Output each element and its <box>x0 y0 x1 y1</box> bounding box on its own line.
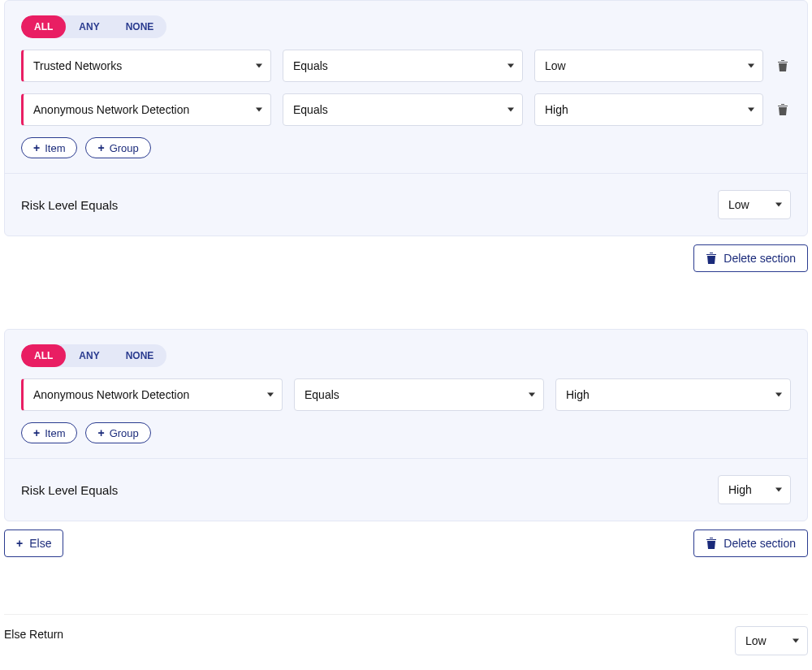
result-value-dropdown[interactable]: High <box>718 475 791 504</box>
result-label: Risk Level Equals <box>21 483 118 497</box>
trash-icon <box>777 103 788 116</box>
add-else-button[interactable]: + Else <box>4 530 63 557</box>
section-body: ALL ANY NONE Anonymous Network Detection… <box>5 330 807 458</box>
add-group-label: Group <box>110 427 139 439</box>
operator-dropdown-value: Equals <box>293 59 328 72</box>
add-item-label: Item <box>45 427 65 439</box>
else-return-value: Low <box>745 634 767 647</box>
delete-section-label: Delete section <box>723 252 796 265</box>
field-dropdown[interactable]: Anonymous Network Detection <box>21 378 283 411</box>
trash-icon <box>706 252 717 265</box>
delete-section-button[interactable]: Delete section <box>693 530 808 557</box>
value-dropdown[interactable]: High <box>534 93 763 126</box>
add-item-button[interactable]: + Item <box>21 137 77 158</box>
add-item-label: Item <box>45 142 65 154</box>
else-return-row: Else Return Low <box>0 615 812 655</box>
add-group-button[interactable]: + Group <box>85 137 150 158</box>
else-return-label: Else Return <box>4 626 63 641</box>
add-else-label: Else <box>29 537 51 550</box>
add-group-button[interactable]: + Group <box>85 422 150 443</box>
plus-icon: + <box>33 142 40 153</box>
section-footer: + Else Delete section <box>4 530 808 557</box>
field-dropdown-value: Trusted Networks <box>33 59 122 72</box>
add-group-label: Group <box>110 142 139 154</box>
result-value: Low <box>728 198 749 211</box>
logic-pill-all[interactable]: ALL <box>21 344 66 367</box>
chevron-down-icon <box>267 393 274 397</box>
operator-dropdown[interactable]: Equals <box>283 93 523 126</box>
condition-row: Anonymous Network Detection Equals High <box>21 93 791 126</box>
operator-dropdown[interactable]: Equals <box>283 50 523 82</box>
value-dropdown-value: High <box>566 388 590 401</box>
condition-row: Anonymous Network Detection Equals High <box>21 378 791 411</box>
chevron-down-icon <box>793 639 799 643</box>
value-dropdown-value: Low <box>545 59 566 72</box>
field-dropdown[interactable]: Anonymous Network Detection <box>21 93 271 126</box>
value-dropdown[interactable]: Low <box>534 50 763 82</box>
chevron-down-icon <box>508 108 514 112</box>
delete-row-button[interactable] <box>775 59 791 72</box>
plus-icon: + <box>97 142 104 153</box>
add-buttons: + Item + Group <box>21 137 791 158</box>
field-dropdown-value: Anonymous Network Detection <box>33 103 189 116</box>
chevron-down-icon <box>775 393 782 397</box>
chevron-down-icon <box>508 64 514 68</box>
rule-section: ALL ANY NONE Trusted Networks Equals Low <box>4 0 808 236</box>
operator-dropdown-value: Equals <box>304 388 339 401</box>
add-item-button[interactable]: + Item <box>21 422 77 443</box>
result-value-dropdown[interactable]: Low <box>718 190 791 219</box>
logic-pill-all[interactable]: ALL <box>21 15 66 38</box>
logic-pill-any[interactable]: ANY <box>66 344 112 367</box>
logic-pill-none[interactable]: NONE <box>113 15 167 38</box>
delete-section-label: Delete section <box>723 537 796 550</box>
else-return-dropdown[interactable]: Low <box>735 626 808 655</box>
logic-pill-none[interactable]: NONE <box>113 344 167 367</box>
chevron-down-icon <box>748 108 754 112</box>
delete-row-button[interactable] <box>775 103 791 116</box>
value-dropdown[interactable]: High <box>555 378 791 411</box>
condition-row: Trusted Networks Equals Low <box>21 50 791 82</box>
delete-section-button[interactable]: Delete section <box>693 244 808 272</box>
rule-section: ALL ANY NONE Anonymous Network Detection… <box>4 329 808 521</box>
section-body: ALL ANY NONE Trusted Networks Equals Low <box>5 1 807 173</box>
operator-dropdown[interactable]: Equals <box>294 378 544 411</box>
logic-operator-group: ALL ANY NONE <box>21 15 166 38</box>
plus-icon: + <box>97 427 104 439</box>
logic-pill-any[interactable]: ANY <box>66 15 112 38</box>
result-bar: Risk Level Equals High <box>5 458 807 521</box>
plus-icon: + <box>33 427 40 439</box>
add-buttons: + Item + Group <box>21 422 791 443</box>
logic-operator-group: ALL ANY NONE <box>21 344 166 367</box>
chevron-down-icon <box>775 203 782 207</box>
chevron-down-icon <box>748 64 754 68</box>
chevron-down-icon <box>529 393 535 397</box>
chevron-down-icon <box>256 108 262 112</box>
section-footer: Delete section <box>4 244 808 272</box>
trash-icon <box>706 537 717 550</box>
plus-icon: + <box>16 538 23 549</box>
result-value: High <box>728 483 752 496</box>
chevron-down-icon <box>775 488 782 492</box>
result-bar: Risk Level Equals Low <box>5 173 807 236</box>
trash-icon <box>777 59 788 72</box>
value-dropdown-value: High <box>545 103 568 116</box>
field-dropdown-value: Anonymous Network Detection <box>33 388 189 401</box>
operator-dropdown-value: Equals <box>293 103 328 116</box>
chevron-down-icon <box>256 64 262 68</box>
result-label: Risk Level Equals <box>21 198 118 212</box>
field-dropdown[interactable]: Trusted Networks <box>21 50 271 82</box>
